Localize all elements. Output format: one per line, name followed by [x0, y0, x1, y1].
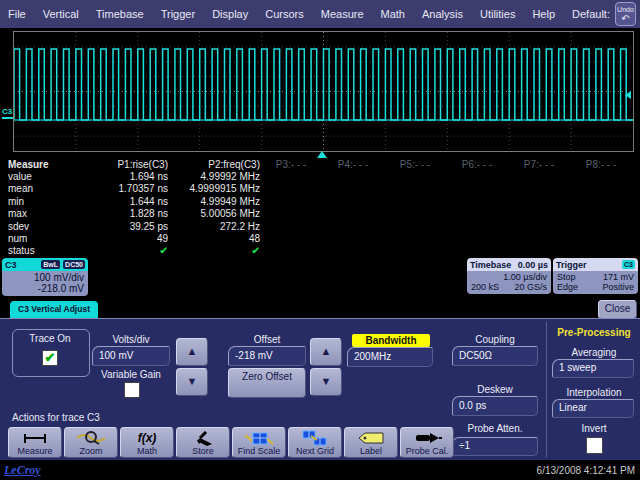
p2-header[interactable]: P2:freq(C3) [168, 159, 260, 170]
menu-vertical[interactable]: Vertical [43, 8, 79, 20]
action-label: Label [360, 446, 382, 456]
trigger-level-marker[interactable] [625, 91, 631, 99]
p1-header[interactable]: P1:rise(C3) [58, 159, 168, 170]
volts-div-down-button[interactable]: ▼ [176, 368, 208, 396]
menu-file[interactable]: File [8, 8, 26, 20]
datetime-display: 6/13/2008 4:12:41 PM [537, 465, 635, 476]
magnifier-icon [76, 430, 106, 446]
action-label: Math [137, 446, 157, 456]
measure-title: Measure [0, 159, 58, 170]
trigger-source-badge: C3 [622, 260, 635, 269]
menu-display[interactable]: Display [212, 8, 248, 20]
offset-field[interactable]: -218 mV [228, 346, 306, 366]
timebase-title: Timebase [470, 260, 511, 270]
c3-offset-value: -218.0 mV [6, 283, 84, 294]
trigger-mode: Stop [557, 272, 576, 282]
menu-cursors[interactable]: Cursors [265, 8, 304, 20]
store-action-button[interactable]: Store [176, 427, 230, 458]
variable-gain-label: Variable Gain [92, 369, 170, 380]
waveform-grid [13, 31, 634, 152]
measure-row-num: num 49 48 [0, 232, 640, 244]
undo-button[interactable]: Undo ↶ [615, 2, 636, 26]
waveform-svg [14, 32, 633, 151]
deskew-field[interactable]: 0.0 ps [452, 396, 538, 416]
channel-position-indicator[interactable]: C3 [2, 107, 13, 119]
math-action-button[interactable]: f(x) Math [120, 427, 174, 458]
interpolation-label: Interpolation [550, 387, 638, 398]
status-bar: LeCroy 6/13/2008 4:12:41 PM [0, 460, 640, 480]
p8-header[interactable]: P8:- - - [570, 159, 632, 170]
label-action-button[interactable]: Label [344, 427, 398, 458]
offset-down-button[interactable]: ▼ [310, 368, 342, 396]
p4-header[interactable]: P4:- - - [322, 159, 384, 170]
channel-c3-descriptor[interactable]: C3 BwL DC50 100 mV/div -218.0 mV [2, 258, 88, 296]
tab-c3-vertical-adjust[interactable]: C3 Vertical Adjust [10, 301, 98, 318]
trace-on-checkbox[interactable]: ✔ [42, 350, 58, 366]
menu-trigger[interactable]: Trigger [161, 8, 195, 20]
actions-heading: Actions for trace C3 [12, 412, 100, 423]
menu-measure[interactable]: Measure [321, 8, 364, 20]
probe-atten-field[interactable]: ÷1 [452, 437, 538, 456]
lecroy-logo: LeCroy [4, 463, 41, 478]
p6-header[interactable]: P6:- - - [446, 159, 508, 170]
interpolation-field[interactable]: Linear [552, 399, 634, 418]
trigger-type: Edge [557, 282, 578, 292]
menu-timebase[interactable]: Timebase [96, 8, 144, 20]
p3-header[interactable]: P3:- - - [260, 159, 322, 170]
p2-sdev: 272.2 Hz [168, 221, 260, 232]
p5-header[interactable]: P5:- - - [384, 159, 446, 170]
probe-cal-action-button[interactable]: Probe Cal. [400, 427, 454, 458]
variable-gain-checkbox[interactable] [124, 382, 140, 398]
bandwidth-field[interactable]: 200MHz [347, 347, 433, 367]
p7-header[interactable]: P7:- - - [508, 159, 570, 170]
menu-bar: File Vertical Timebase Trigger Display C… [0, 0, 640, 28]
menu-utilities[interactable]: Utilities [480, 8, 515, 20]
menu-help[interactable]: Help [532, 8, 555, 20]
offset-up-button[interactable]: ▲ [310, 338, 342, 366]
measure-header-row: Measure P1:rise(C3) P2:freq(C3) P3:- - -… [0, 158, 640, 170]
row-label: mean [0, 183, 58, 194]
find-scale-action-button[interactable]: Find Scale [232, 427, 286, 458]
menu-math[interactable]: Math [381, 8, 405, 20]
close-button[interactable]: Close [598, 300, 637, 319]
timebase-delay: 0.00 µs [518, 260, 548, 270]
panel-divider [546, 322, 547, 457]
trigger-descriptor[interactable]: Trigger C3 Stop 171 mV Edge Positive [553, 258, 638, 294]
measure-row-mean: mean 1.70357 ns 4.9999915 MHz [0, 183, 640, 195]
coupling-field[interactable]: DC50Ω [452, 346, 538, 366]
measure-row-value: value 1.694 ns 4.99992 MHz [0, 170, 640, 182]
next-grid-icon [301, 430, 329, 446]
volts-div-label: Volts/div [92, 334, 170, 345]
volts-div-field[interactable]: 100 mV [92, 346, 170, 366]
p2-status-check-icon: ✔ [168, 245, 260, 256]
averaging-label: Averaging [552, 347, 636, 358]
measure-action-button[interactable]: Measure [8, 427, 62, 458]
timebase-samples: 200 kS [471, 282, 499, 292]
coupling-label: Coupling [452, 334, 538, 345]
row-label: sdev [0, 221, 58, 232]
row-label: max [0, 208, 58, 219]
action-label: Measure [17, 446, 52, 456]
zero-offset-button[interactable]: Zero Offset [228, 368, 306, 398]
measure-table: Measure P1:rise(C3) P2:freq(C3) P3:- - -… [0, 158, 640, 257]
action-label: Find Scale [238, 446, 281, 456]
undo-arrow-icon: ↶ [616, 14, 635, 24]
c3-descriptor-header: C3 BwL DC50 [2, 258, 88, 271]
volts-div-up-button[interactable]: ▲ [176, 338, 208, 366]
row-label: status [0, 245, 58, 256]
menu-analysis[interactable]: Analysis [422, 8, 463, 20]
zoom-action-button[interactable]: Zoom [64, 427, 118, 458]
next-grid-action-button[interactable]: Next Grid [288, 427, 342, 458]
timebase-descriptor[interactable]: Timebase 0.00 µs 1.00 µs/div 200 kS 20 G… [467, 258, 551, 294]
invert-checkbox[interactable] [586, 437, 603, 454]
probe-icon [412, 430, 442, 446]
arrow-up-icon: ▲ [321, 345, 332, 357]
trigger-position-marker[interactable] [317, 151, 327, 158]
arrow-up-icon: ▲ [187, 345, 198, 357]
p2-mean: 4.9999915 MHz [168, 183, 260, 194]
averaging-field[interactable]: 1 sweep [552, 359, 634, 378]
p2-value: 4.99992 MHz [168, 171, 260, 182]
trigger-body: Stop 171 mV Edge Positive [553, 271, 638, 294]
p1-min: 1.644 ns [58, 196, 168, 207]
default-label: Default: [572, 8, 610, 20]
